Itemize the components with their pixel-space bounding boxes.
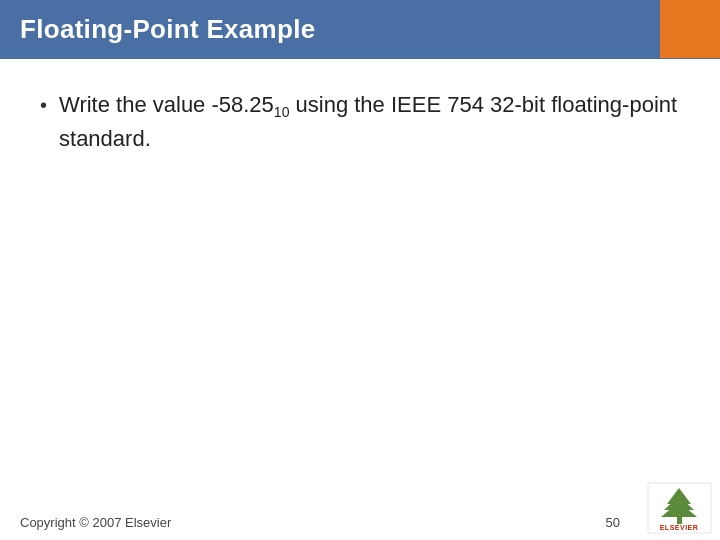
bullet-prefix: Write the value -58.25 <box>59 92 274 117</box>
bullet-item: • Write the value -58.2510 using the IEE… <box>40 89 680 155</box>
copyright-text: Copyright © 2007 Elsevier <box>20 515 171 530</box>
page-number: 50 <box>606 515 620 530</box>
bullet-text: Write the value -58.2510 using the IEEE … <box>59 89 680 155</box>
bullet-subscript: 10 <box>274 104 290 120</box>
title-bar: Floating-Point Example <box>0 0 720 59</box>
slide-title: Floating-Point Example <box>20 14 316 45</box>
bullet-dot: • <box>40 91 47 119</box>
orange-accent <box>660 0 720 58</box>
content-area: • Write the value -58.2510 using the IEE… <box>0 59 720 193</box>
svg-text:ELSEVIER: ELSEVIER <box>660 524 699 531</box>
slide: Floating-Point Example • Write the value… <box>0 0 720 540</box>
elsevier-logo: ELSEVIER <box>647 482 712 534</box>
elsevier-logo-svg: ELSEVIER <box>647 482 712 534</box>
footer: Copyright © 2007 Elsevier 50 <box>0 515 720 530</box>
